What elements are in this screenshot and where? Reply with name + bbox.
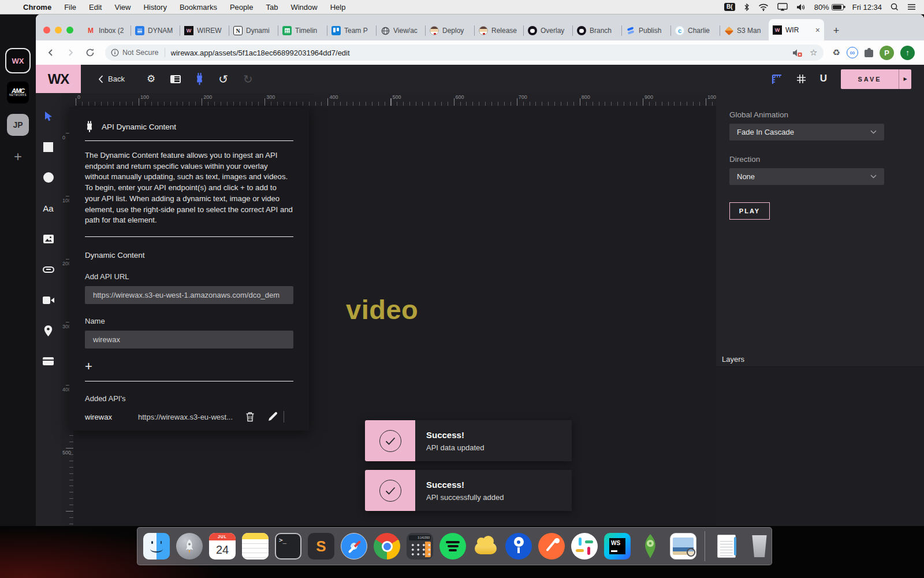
extensions-puzzle-icon[interactable] — [865, 50, 873, 57]
add-api-button[interactable]: + — [85, 360, 96, 373]
tab-branch[interactable]: Branch — [573, 21, 621, 40]
tool-image[interactable] — [43, 233, 54, 244]
recycle-extension-icon[interactable]: ♻ — [833, 47, 840, 58]
info-icon[interactable] — [111, 49, 119, 57]
dock-mongodb-compass-icon[interactable] — [636, 532, 664, 560]
menu-people[interactable]: People — [230, 3, 253, 12]
tool-rectangle[interactable] — [43, 141, 54, 153]
tab-overlay[interactable]: Overlay — [524, 21, 572, 40]
tool-ellipse[interactable] — [43, 172, 54, 183]
dock-safari-icon[interactable] — [340, 532, 368, 560]
tab-release[interactable]: Release — [475, 21, 523, 40]
menu-help[interactable]: Help — [330, 3, 346, 12]
menu-app-name[interactable]: Chrome — [23, 3, 51, 12]
notification-center-icon[interactable] — [907, 3, 916, 10]
dock-sublime-icon[interactable]: S — [307, 532, 335, 560]
settings-gear-icon[interactable]: ⚙ — [147, 74, 155, 84]
layout-panels-icon[interactable] — [170, 75, 181, 83]
dock-postman-icon[interactable] — [538, 532, 565, 560]
menu-tab[interactable]: Tab — [266, 3, 278, 12]
tool-select[interactable] — [43, 110, 54, 122]
tab-inbox-2[interactable]: MInbox (2 — [82, 21, 131, 40]
tab-muted-icon[interactable] — [792, 49, 803, 57]
minimize-window-button[interactable] — [55, 27, 62, 34]
bluetooth-icon[interactable] — [744, 3, 750, 12]
menu-clock[interactable]: Fri 12:34 — [852, 3, 882, 12]
security-status[interactable]: Not Secure — [122, 49, 159, 57]
edit-api-icon[interactable] — [267, 412, 278, 422]
dock-launchpad-icon[interactable] — [176, 532, 203, 560]
dock-calendar-icon[interactable]: JUL24 — [208, 532, 236, 560]
menu-history[interactable]: History — [143, 3, 166, 12]
dock-terminal-icon[interactable]: >_ — [274, 532, 302, 560]
tab-wirew[interactable]: WWIREW — [180, 21, 229, 40]
back-to-assets-button[interactable]: Back — [98, 75, 125, 83]
layers-list[interactable] — [716, 366, 924, 526]
ruler-toggle-icon[interactable] — [771, 73, 783, 85]
reload-button[interactable] — [82, 45, 98, 61]
dock-webstorm-icon[interactable]: WS — [603, 532, 631, 560]
airplay-display-icon[interactable] — [777, 3, 788, 11]
menu-view[interactable]: View — [114, 3, 131, 12]
dock-finder-icon[interactable] — [143, 532, 170, 560]
dock-trash-icon[interactable] — [746, 532, 773, 560]
delete-api-icon[interactable] — [245, 412, 255, 422]
dock-notes-icon[interactable] — [241, 532, 269, 560]
menu-edit[interactable]: Edit — [89, 3, 102, 12]
tool-card[interactable] — [43, 355, 54, 367]
tab-dynam[interactable]: DYNAM — [131, 21, 180, 40]
dynamic-content-plug-icon[interactable] — [196, 73, 203, 85]
direction-select[interactable]: None — [729, 168, 884, 185]
dock-sourcetree-icon[interactable] — [505, 532, 532, 560]
global-animation-select[interactable]: Fade In Cascade — [729, 124, 884, 140]
back-button[interactable] — [43, 45, 59, 61]
video-overlay-text[interactable]: video — [346, 294, 418, 325]
tool-button[interactable] — [43, 264, 54, 275]
tool-video[interactable] — [43, 294, 54, 306]
new-tab-button[interactable]: + — [829, 23, 844, 38]
dock-cloudapp-icon[interactable] — [472, 532, 500, 560]
menu-bookmarks[interactable]: Bookmarks — [180, 3, 217, 12]
dock-preview-icon[interactable] — [669, 532, 697, 560]
volume-icon[interactable] — [796, 3, 806, 11]
forward-button[interactable] — [62, 45, 79, 61]
play-button[interactable]: PLAY — [729, 202, 770, 220]
zoom-window-button[interactable] — [66, 27, 73, 34]
tab-dynami[interactable]: NDynami — [229, 21, 278, 40]
workspace-wirewax[interactable]: WX — [6, 49, 29, 72]
close-window-button[interactable] — [43, 27, 50, 34]
dock-slack-icon[interactable] — [571, 532, 598, 560]
workspace-jp-avatar[interactable]: JP — [7, 114, 29, 136]
snap-magnet-icon[interactable]: U — [820, 73, 827, 86]
tab-deploy[interactable]: Deploy — [426, 21, 474, 40]
spotlight-icon[interactable] — [891, 3, 899, 11]
add-workspace-button[interactable]: + — [14, 149, 22, 165]
save-options-arrow[interactable]: ▶ — [899, 69, 911, 89]
chrome-update-icon[interactable]: ↑ — [900, 46, 915, 60]
url-text[interactable]: wirewax.app/assets/5f1ac18ec668992031964… — [171, 49, 788, 57]
api-url-input[interactable]: https://wirewax.s3-eu-west-1.amazonaws.c… — [85, 286, 293, 304]
api-name-input[interactable]: wirewax — [85, 331, 293, 349]
tab-close-icon[interactable]: × — [815, 25, 820, 35]
undo-icon[interactable]: ↺ — [218, 72, 228, 86]
battery-indicator[interactable]: 80% — [814, 3, 844, 12]
infinity-extension-icon[interactable]: ∞ — [847, 47, 858, 58]
input-source-icon[interactable]: B( — [724, 3, 735, 11]
tab-s3-man[interactable]: S3 Man — [720, 21, 769, 40]
tab-publish[interactable]: Publish — [622, 21, 670, 40]
grid-toggle-icon[interactable] — [796, 74, 806, 84]
layers-header[interactable]: Layers — [716, 351, 924, 366]
tab-charlie[interactable]: cCharlie — [671, 21, 720, 40]
menu-window[interactable]: Window — [290, 3, 317, 12]
dock-chrome-icon[interactable] — [373, 532, 401, 560]
tab-wir[interactable]: WWIR× — [769, 19, 824, 40]
tab-team-p[interactable]: Team P — [327, 21, 376, 40]
menu-file[interactable]: File — [64, 3, 76, 12]
tab-timelin[interactable]: Timelin — [278, 21, 327, 40]
omnibox[interactable]: Not Secure wirewax.app/assets/5f1ac18ec6… — [105, 45, 824, 61]
save-button[interactable]: SAVE — [841, 69, 899, 89]
tab-view-ac[interactable]: View/ac — [377, 21, 425, 40]
dock-spotify-icon[interactable] — [439, 532, 467, 560]
workspace-amc-networks[interactable]: AMC NETWORKS — [7, 81, 29, 103]
dock-calculator-icon[interactable]: 3.141593 — [406, 532, 434, 560]
